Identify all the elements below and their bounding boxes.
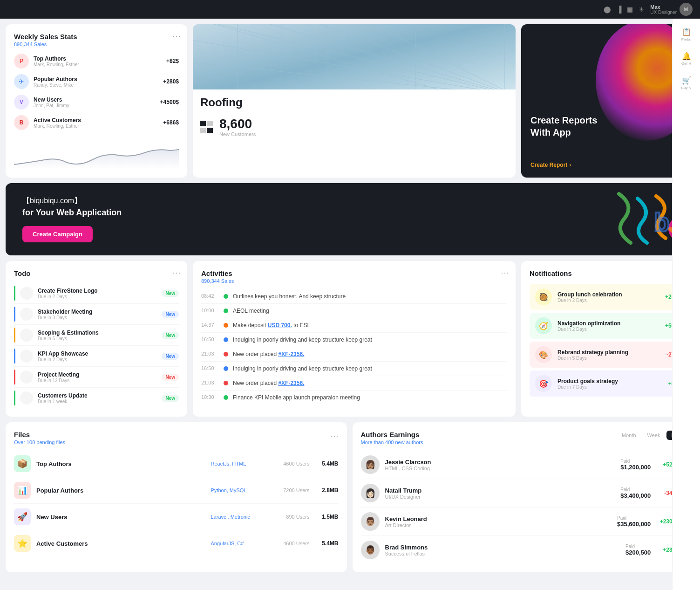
todo-checkbox[interactable] xyxy=(20,287,33,300)
user-name: Max xyxy=(650,4,677,10)
activity-item: 10:30 Finance KPI Mobile app launch prep… xyxy=(201,391,507,405)
todo-checkbox[interactable] xyxy=(20,308,33,321)
notif-icon: 🥘 xyxy=(535,288,552,305)
roofing-image xyxy=(193,24,516,89)
buy-n-label: Buy N xyxy=(681,86,692,90)
file-size: 2.8MB xyxy=(315,487,339,494)
activity-item: 16:50 Indulging in poorly driving and ke… xyxy=(201,333,507,347)
sidebar-item-get-h[interactable]: 🔔 Get H xyxy=(676,48,697,69)
files-menu[interactable]: ⋯ xyxy=(330,431,339,441)
notifications-title: Notifications xyxy=(530,269,685,277)
activity-link[interactable]: #XF-2356. xyxy=(278,380,304,386)
stat-list: P Top Authors Mark, Rowling, Esther +82$… xyxy=(14,54,179,130)
activities-subtitle: 890,344 Sales xyxy=(201,278,507,284)
file-tech: ReactJs, HTML xyxy=(211,461,267,467)
search-icon[interactable]: ⬤ xyxy=(604,6,611,13)
todo-list: Create FireStone Logo Due in 2 Days New … xyxy=(14,283,179,408)
file-tech: Laravel, Metronic xyxy=(211,514,267,520)
activities-list: 08:42 Outlines keep you honest. And keep… xyxy=(201,289,507,405)
todo-menu[interactable]: ⋯ xyxy=(172,268,181,278)
sidebar-item-prebu[interactable]: 📋 Prebu xyxy=(676,24,697,45)
file-tech: AngularJS, C# xyxy=(211,541,267,546)
file-users: 7200 Users xyxy=(272,487,310,493)
reports-title: Create Reports With App xyxy=(530,114,684,138)
todo-checkbox[interactable] xyxy=(20,391,33,405)
new-customers-count: 8,600 xyxy=(219,117,256,131)
notification-item-rebrand: 🎨 Rebrand strategy planning Due in 5 Day… xyxy=(530,342,685,368)
todo-checkbox[interactable] xyxy=(20,329,33,342)
campaign-banner: 【biqubiqu.com】 for Your Web Application … xyxy=(6,183,693,255)
authors-earnings-subtitle: More than 400 new authors xyxy=(361,439,423,445)
weekly-sales-subtitle: 890,344 Sales xyxy=(14,41,179,47)
todo-checkbox[interactable] xyxy=(20,350,33,363)
activity-link[interactable]: #XF-2356. xyxy=(278,351,304,357)
period-week-button[interactable]: Week xyxy=(643,431,665,440)
todo-item: Customers Update Due in 1 week New xyxy=(14,388,179,408)
get-h-icon: 🔔 xyxy=(682,52,691,61)
author-item-jessie: 👩🏽 Jessie Clarcson HTML, CSS Coding Paid… xyxy=(361,451,686,479)
prebu-icon: 📋 xyxy=(682,27,691,36)
notifications-card: Notifications ⋯ 🥘 Group lunch celebratio… xyxy=(521,261,693,417)
new-customers-label: New Customers xyxy=(219,131,256,137)
row-4: Files Over 100 pending files ⋯ 📦 Top Aut… xyxy=(6,422,693,572)
file-name: Top Authors xyxy=(36,460,205,467)
todo-badge: New xyxy=(162,332,179,339)
svg-text:b: b xyxy=(654,208,670,237)
stat-authors-new-users: John, Pat, Jimmy xyxy=(34,103,156,108)
files-subtitle: Over 100 pending files xyxy=(14,439,65,445)
activity-item: 10:00 AEOL meeting xyxy=(201,304,507,318)
activity-item: 08:42 Outlines keep you honest. And keep… xyxy=(201,289,507,304)
todo-item: Stakeholder Meeting Due in 3 Days New xyxy=(14,304,179,325)
avatar[interactable]: M xyxy=(680,3,693,16)
activity-item: 21:03 New order placed #XF-2356. xyxy=(201,376,507,391)
notif-icon: 🧭 xyxy=(535,317,552,334)
right-sidebar: 📋 Prebu 🔔 Get H 🛒 Buy N xyxy=(672,19,700,590)
file-name: New Users xyxy=(36,514,205,521)
file-icon: 📊 xyxy=(14,482,31,499)
author-avatar: 👩🏻 xyxy=(361,484,380,502)
theme-icon[interactable]: ☀ xyxy=(639,6,645,13)
files-title: Files xyxy=(14,431,65,439)
top-authors-icon: P xyxy=(14,54,29,69)
file-item-top-authors: 📦 Top Authors ReactJs, HTML 4600 Users 5… xyxy=(14,451,339,477)
todo-badge: New xyxy=(162,374,179,381)
sidebar-item-buy-n[interactable]: 🛒 Buy N xyxy=(676,73,697,93)
notif-icon: 🎨 xyxy=(535,346,552,363)
file-size: 5.4MB xyxy=(315,540,339,547)
activity-dot xyxy=(224,337,228,342)
weekly-sales-menu[interactable]: ⋯ xyxy=(172,31,181,41)
todo-badge: New xyxy=(162,353,179,360)
campaign-title: 【biqubiqu.com】 xyxy=(22,196,122,206)
activity-dot xyxy=(224,309,228,313)
notification-item-group-lunch: 🥘 Group lunch celebration Due in 2 Days … xyxy=(530,284,685,310)
user-profile[interactable]: Max UX Designer M xyxy=(650,3,693,16)
todo-checkbox[interactable] xyxy=(20,370,33,384)
create-report-link[interactable]: Create Report › xyxy=(530,162,684,168)
grid-icon[interactable]: ▦ xyxy=(627,6,633,13)
stat-name-new-users: New Users xyxy=(34,96,156,103)
todo-item: KPI App Showcase Due in 2 Days New xyxy=(14,346,179,367)
activity-item: 16:50 Indulging in poorly driving and ke… xyxy=(201,362,507,376)
activities-title: Activities xyxy=(201,269,507,277)
file-item-new-users: 🚀 New Users Laravel, Metronic 890 Users … xyxy=(14,504,339,530)
create-campaign-button[interactable]: Create Campaign xyxy=(22,226,93,242)
todo-item: Scoping & Estimations Due in 5 Days New xyxy=(14,325,179,346)
todo-card: Todo ⋯ Create FireStone Logo Due in 2 Da… xyxy=(6,261,187,417)
notification-item-product-goals: 🎯 Product goals strategy Due in 7 Days +… xyxy=(530,370,685,397)
author-avatar: 👨🏾 xyxy=(361,541,380,559)
stat-top-authors: P Top Authors Mark, Rowling, Esther +82$ xyxy=(14,54,179,69)
activity-link[interactable]: USD 700. xyxy=(268,322,292,329)
sales-chart xyxy=(14,137,179,169)
file-icon: 📦 xyxy=(14,455,31,472)
period-month-button[interactable]: Month xyxy=(617,431,641,440)
todo-item: Create FireStone Logo Due in 2 Days New xyxy=(14,283,179,304)
stat-name-top-authors: Top Authors xyxy=(34,55,162,62)
activities-menu[interactable]: ⋯ xyxy=(501,268,509,278)
authors-list: 👩🏽 Jessie Clarcson HTML, CSS Coding Paid… xyxy=(361,451,686,564)
row-1: Weekly Sales Stats 890,344 Sales ⋯ P Top… xyxy=(6,24,693,178)
roofing-squares xyxy=(200,121,213,133)
activity-item: 14:37 Make deposit USD 700. to ESL xyxy=(201,318,507,333)
notifications-list: 🥘 Group lunch celebration Due in 2 Days … xyxy=(530,284,685,397)
authors-earnings-card: Authors Earnings More than 400 new autho… xyxy=(353,422,694,572)
file-users: 4600 Users xyxy=(272,461,310,467)
